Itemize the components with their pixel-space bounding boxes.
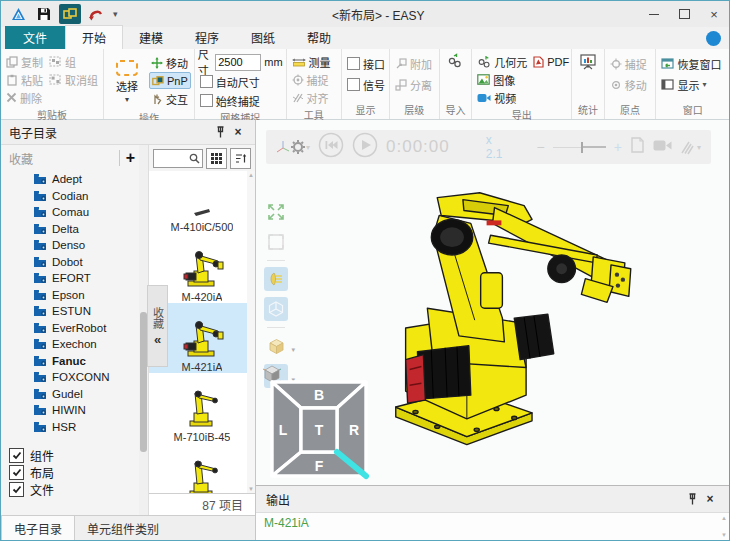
close-panel-icon[interactable]: × <box>229 123 247 141</box>
ungroup-button[interactable]: 取消组 <box>47 71 100 88</box>
zoom-in-icon[interactable]: + <box>614 139 622 155</box>
favorites-collapse-tab[interactable]: 收藏 « <box>147 285 168 367</box>
output-scroll-down-icon[interactable]: ▼ <box>721 532 727 538</box>
zoom-fit-icon[interactable] <box>264 200 288 224</box>
play-button[interactable] <box>352 132 378 162</box>
show-window-button[interactable]: 显示▾ <box>659 76 723 93</box>
output-scrollbar[interactable]: ▲ ▼ <box>721 515 727 538</box>
minimize-button[interactable] <box>639 1 669 27</box>
interface-checkbox[interactable]: 接口 <box>345 55 387 72</box>
export-pdf-icon[interactable] <box>630 137 645 157</box>
grid-size-input[interactable] <box>215 54 261 71</box>
pin-icon[interactable] <box>211 123 229 141</box>
speed-slider[interactable] <box>553 141 606 153</box>
auto-size-checkbox[interactable]: 自动尺寸 <box>198 73 283 90</box>
brand-item[interactable]: FOXCONN <box>9 369 139 386</box>
headlight-toggle-icon[interactable] <box>264 267 288 291</box>
select-button[interactable]: 选择 ▾ <box>107 53 147 109</box>
restore-window-button[interactable]: 恢复窗口 <box>659 55 723 72</box>
export-image-button[interactable]: 图像 <box>475 71 529 88</box>
output-close-icon[interactable]: × <box>701 490 719 508</box>
tab-help[interactable]: 帮助 <box>291 26 347 49</box>
brand-item[interactable]: ESTUN <box>9 303 139 320</box>
search-input[interactable] <box>153 149 203 168</box>
record-video-icon[interactable] <box>653 138 672 156</box>
brand-item-fanuc[interactable]: Fanuc <box>9 353 139 370</box>
brand-item[interactable]: EverRobot <box>9 320 139 337</box>
save-button[interactable] <box>33 4 55 24</box>
delete-button[interactable]: 删除 <box>4 89 45 106</box>
statistics-button[interactable] <box>579 53 597 71</box>
interact-button[interactable]: 交互 <box>149 90 191 107</box>
brand-item[interactable]: Gudel <box>9 386 139 403</box>
tab-program[interactable]: 程序 <box>179 26 235 49</box>
robot-model[interactable] <box>376 172 692 485</box>
brand-item[interactable]: Epson <box>9 287 139 304</box>
filter-files[interactable]: 文件 <box>9 481 139 498</box>
export-geometry-button[interactable]: 几何元 <box>475 53 529 70</box>
output-scroll-up-icon[interactable]: ▲ <box>721 515 727 521</box>
viewport-3d[interactable]: ▾ 0:00:00 x 2.1 − + <box>256 120 729 485</box>
export-pdf-button[interactable]: PDF <box>531 53 571 70</box>
catalog-item[interactable]: M-710iB-45 <box>149 373 255 443</box>
tab-drawing[interactable]: 图纸 <box>235 26 291 49</box>
export-video-button[interactable]: 视频 <box>475 89 529 106</box>
add-favorite-button[interactable]: + <box>126 149 139 167</box>
brand-item[interactable]: Denso <box>9 237 139 254</box>
origin-move-button[interactable]: 移动 <box>608 76 649 93</box>
rewind-button[interactable] <box>318 132 344 162</box>
brand-item[interactable]: HIWIN <box>9 402 139 419</box>
snap-button[interactable]: 捕捉 <box>290 71 333 88</box>
filter-components[interactable]: 组件 <box>9 447 139 464</box>
brand-item[interactable]: Adept <box>9 171 139 188</box>
pnp-button[interactable]: PnP <box>149 72 191 89</box>
tab-cell-component-category[interactable]: 单元组件类别 <box>75 516 171 540</box>
move-button[interactable]: 移动 <box>149 54 191 71</box>
brand-item[interactable]: Codian <box>9 188 139 205</box>
catalog-item[interactable]: M-410iC/500 <box>149 171 255 233</box>
scroll-up-icon[interactable]: ▲ <box>248 172 254 178</box>
brand-item[interactable]: Delta <box>9 221 139 238</box>
brand-item[interactable]: Dobot <box>9 254 139 271</box>
filter-layouts[interactable]: 布局 <box>9 464 139 481</box>
collapse-chevron-icon[interactable]: « <box>154 333 161 346</box>
always-snap-checkbox[interactable]: 始终捕捉 <box>198 92 283 109</box>
zoom-selection-icon[interactable] <box>264 230 288 254</box>
scroll-down-icon[interactable]: ▼ <box>248 486 254 492</box>
pnp-quick-button[interactable] <box>59 4 81 24</box>
help-icon[interactable] <box>706 31 721 46</box>
tab-start[interactable]: 开始 <box>65 25 123 49</box>
tab-modeling[interactable]: 建模 <box>123 26 179 49</box>
output-pin-icon[interactable] <box>683 490 701 508</box>
brand-item[interactable]: Exechon <box>9 336 139 353</box>
attach-button[interactable]: 附加 <box>393 55 434 72</box>
axis-settings-icon[interactable]: ▾ <box>276 139 310 155</box>
list-scrollbar[interactable]: ▲ ▼ <box>247 171 255 493</box>
undo-button[interactable] <box>85 4 107 24</box>
close-button[interactable]: × <box>699 1 729 27</box>
sort-button[interactable] <box>230 148 251 169</box>
origin-snap-button[interactable]: 捕捉 <box>608 55 649 72</box>
catalog-item[interactable]: M-710iC 50E <box>149 443 255 493</box>
import-geometry-button[interactable] <box>446 53 464 71</box>
display-group: 接口 信号 显示 <box>342 49 390 119</box>
wireframe-cube-icon[interactable] <box>264 297 288 321</box>
view-cube[interactable]: B L T R F <box>269 372 369 482</box>
detach-button[interactable]: 分离 <box>393 76 434 93</box>
maximize-button[interactable] <box>669 1 699 27</box>
grid-view-button[interactable] <box>206 148 227 169</box>
align-button[interactable]: 对齐 <box>290 89 333 106</box>
annotate-icon[interactable]: ▾ <box>680 140 701 155</box>
shaded-cube-icon[interactable]: ▾ <box>264 334 288 358</box>
tab-file[interactable]: 文件 <box>5 26 65 49</box>
zoom-out-icon[interactable]: − <box>537 139 545 155</box>
group-button[interactable]: 组 <box>47 53 100 70</box>
paste-button[interactable]: 粘贴 <box>4 71 45 88</box>
brand-item[interactable]: EFORT <box>9 270 139 287</box>
measure-button[interactable]: 测量 <box>290 53 333 70</box>
signal-checkbox[interactable]: 信号 <box>345 76 387 93</box>
copy-button[interactable]: 复制 <box>4 53 45 70</box>
tab-e-catalog[interactable]: 电子目录 <box>1 515 75 540</box>
brand-item[interactable]: HSR <box>9 419 139 436</box>
brand-item[interactable]: Comau <box>9 204 139 221</box>
